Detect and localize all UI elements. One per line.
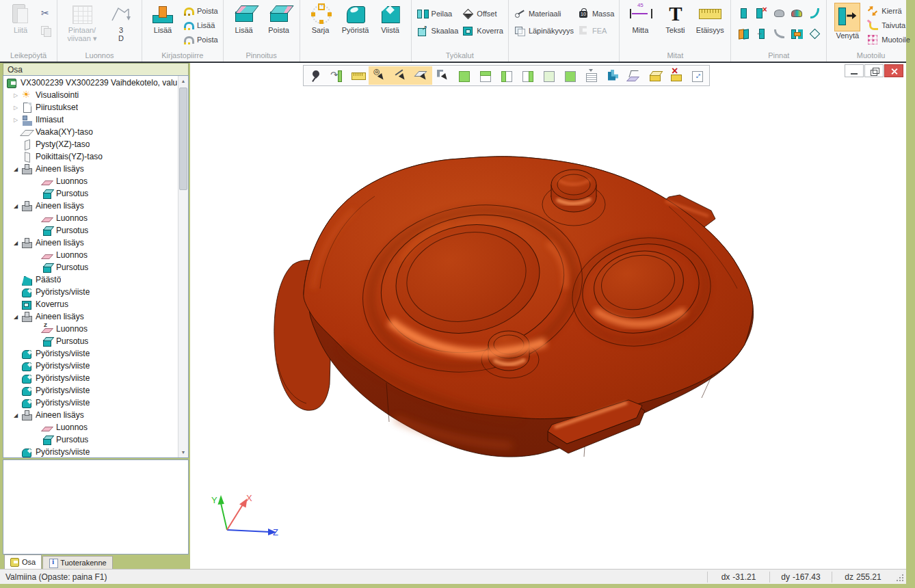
surface-7-button[interactable] bbox=[755, 27, 767, 42]
material-button[interactable]: Materiaali bbox=[512, 6, 575, 21]
tree-item[interactable]: Päästö bbox=[3, 273, 178, 286]
tree-item[interactable]: Pyöristys/viiste bbox=[3, 347, 178, 360]
view-shaded-button[interactable] bbox=[453, 66, 475, 85]
model-3d[interactable] bbox=[190, 63, 906, 569]
to-surface-line-button[interactable]: Pintaan/ viivaan ▾ bbox=[61, 2, 103, 42]
profile-button[interactable] bbox=[602, 66, 623, 85]
fea-button[interactable]: FEA bbox=[576, 23, 615, 38]
solid-button[interactable] bbox=[644, 66, 665, 85]
tree-item[interactable]: Pysty(XZ)-taso bbox=[3, 138, 178, 150]
stretch-button[interactable]: Venytä bbox=[830, 2, 864, 40]
tree-item[interactable]: Luonnos bbox=[3, 421, 178, 433]
drag-view-button[interactable] bbox=[326, 66, 347, 85]
view-iso-button[interactable] bbox=[538, 66, 559, 85]
tree-item[interactable]: Poikittais(YZ)-taso bbox=[3, 150, 178, 163]
library-add-small-button[interactable]: Lisää bbox=[181, 18, 220, 32]
restore-button[interactable] bbox=[864, 64, 884, 77]
tree-item[interactable]: Luonnos bbox=[3, 249, 178, 261]
surface-2-button[interactable] bbox=[755, 7, 767, 22]
tree-scrollbar[interactable]: ▲ ▼ bbox=[178, 76, 188, 457]
surface-9-button[interactable] bbox=[791, 27, 803, 42]
chamfer-button[interactable]: Viistä bbox=[373, 2, 408, 34]
view-left-button[interactable] bbox=[496, 66, 517, 85]
tree-item[interactable]: Pursotus bbox=[3, 335, 178, 347]
sketch-3d-button[interactable]: 3 D bbox=[104, 2, 138, 42]
transparency-button[interactable]: Läpinäkyvyys bbox=[512, 23, 575, 38]
tree-item[interactable]: Pyöristys/viiste bbox=[3, 360, 178, 372]
expand-icon[interactable] bbox=[10, 117, 21, 123]
sketch-plane-button[interactable] bbox=[623, 66, 644, 85]
expand-icon[interactable] bbox=[10, 105, 21, 111]
cut-button[interactable] bbox=[38, 6, 53, 21]
surface-8-button[interactable] bbox=[773, 27, 785, 42]
tree-item[interactable]: Luonnos bbox=[3, 212, 178, 224]
surface-5-button[interactable] bbox=[808, 7, 821, 22]
scale-button[interactable]: Skaalaa bbox=[415, 23, 460, 38]
view-right-button[interactable] bbox=[517, 66, 538, 85]
bend-button[interactable]: Taivuta bbox=[865, 18, 912, 32]
library-remove-small-button[interactable]: Poista bbox=[181, 32, 220, 46]
snap-center-button[interactable] bbox=[369, 66, 390, 85]
mass-button[interactable]: 10Massa bbox=[576, 6, 615, 21]
snap-edge-button[interactable] bbox=[432, 66, 453, 85]
tab-osa[interactable]: Osa bbox=[4, 554, 42, 569]
surface-10-button[interactable] bbox=[808, 27, 821, 42]
ruler-button[interactable] bbox=[347, 66, 369, 85]
tree-item[interactable]: Piirustukset bbox=[3, 101, 178, 113]
dimension-button[interactable]: 45 Mitta bbox=[623, 2, 657, 34]
tree-item[interactable]: Aineen lisäys bbox=[3, 163, 178, 175]
surface-3-button[interactable] bbox=[773, 7, 785, 22]
fit-view-button[interactable] bbox=[687, 66, 708, 85]
paste-button[interactable]: Liitä bbox=[3, 2, 38, 34]
tree-item[interactable]: Pursotus bbox=[3, 261, 178, 273]
tree-item[interactable]: Pursotus bbox=[3, 433, 178, 446]
collapse-icon[interactable] bbox=[10, 240, 21, 246]
tree-item[interactable]: VX3002239 VX3002239 Vaihdekotelo, valu bbox=[3, 77, 178, 89]
coat-remove-button[interactable]: Poista bbox=[262, 2, 296, 34]
tree-item[interactable]: Pyöristys/viiste bbox=[3, 372, 178, 384]
fillet-button[interactable]: Pyöristä bbox=[339, 2, 373, 34]
tree-item[interactable]: Luonnos bbox=[3, 175, 178, 187]
resize-grip[interactable] bbox=[894, 572, 905, 583]
surface-4-button[interactable] bbox=[791, 7, 803, 22]
view-list-button[interactable] bbox=[581, 66, 602, 85]
hollow-button[interactable]: Koverra bbox=[460, 23, 505, 38]
library-remove-button[interactable]: Poista bbox=[181, 3, 220, 18]
surface-1-button[interactable] bbox=[737, 7, 750, 22]
tree-item[interactable]: Pursotus bbox=[3, 187, 178, 200]
tree-item[interactable]: Visualisointi bbox=[3, 89, 178, 101]
collapse-icon[interactable] bbox=[10, 412, 21, 418]
offset-button[interactable]: Offset bbox=[460, 6, 505, 21]
distance-button[interactable]: Etäisyys bbox=[693, 2, 727, 34]
tree-item[interactable]: Koverrus bbox=[3, 298, 178, 310]
scroll-thumb[interactable] bbox=[179, 88, 187, 190]
tree-item[interactable]: Aineen lisäys bbox=[3, 200, 178, 212]
select-face-button[interactable] bbox=[559, 66, 581, 85]
solid-delete-button[interactable] bbox=[665, 66, 687, 85]
tree-item[interactable]: Aineen lisäys bbox=[3, 409, 178, 421]
snap-plane-button[interactable] bbox=[411, 66, 432, 85]
tree-item[interactable]: Aineen lisäys bbox=[3, 237, 178, 249]
tree-item[interactable]: Pursotus bbox=[3, 224, 178, 237]
collapse-icon[interactable] bbox=[10, 166, 21, 172]
library-add-button[interactable]: Lisää bbox=[146, 2, 180, 34]
tree-item[interactable]: Pyöristys/viiste bbox=[3, 384, 178, 397]
collapse-icon[interactable] bbox=[10, 203, 21, 209]
pattern-button[interactable]: Sarja bbox=[304, 2, 338, 34]
collapse-icon[interactable] bbox=[10, 314, 21, 320]
tree-item[interactable]: Luonnos bbox=[3, 323, 178, 335]
copy-button[interactable] bbox=[38, 23, 53, 38]
scroll-track[interactable] bbox=[178, 86, 188, 447]
pin-button[interactable] bbox=[305, 66, 326, 85]
view-top-button[interactable] bbox=[475, 66, 496, 85]
snap-line-button[interactable] bbox=[390, 66, 411, 85]
coat-add-button[interactable]: Lisää bbox=[227, 2, 261, 34]
close-button[interactable] bbox=[884, 64, 903, 77]
mirror-button[interactable]: Peilaa bbox=[415, 6, 460, 21]
3d-viewport[interactable]: Y X Z bbox=[190, 63, 906, 569]
expand-icon[interactable] bbox=[10, 92, 21, 98]
tree-item[interactable]: Vaaka(XY)-taso bbox=[3, 126, 178, 138]
tree-item[interactable]: Pyöristys/viiste bbox=[3, 286, 178, 298]
twist-button[interactable]: Kierrä bbox=[865, 3, 912, 18]
text-button[interactable]: Teksti bbox=[658, 2, 692, 34]
